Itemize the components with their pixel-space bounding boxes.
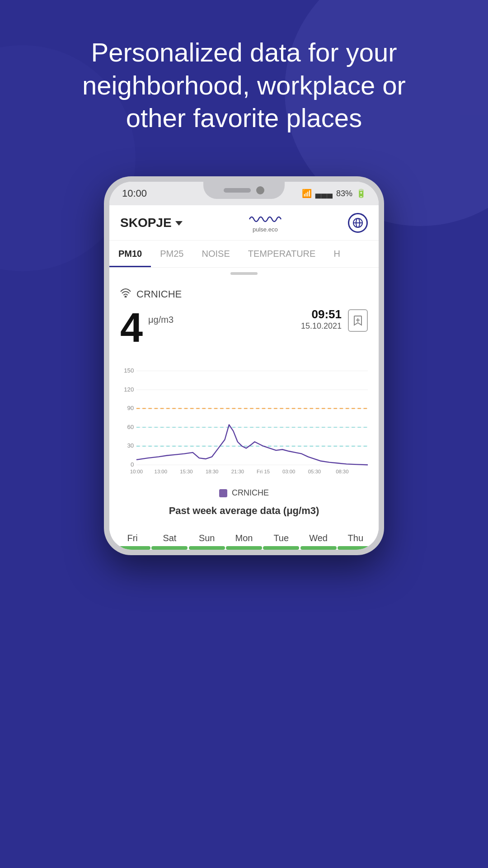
svg-text:90: 90 xyxy=(127,405,134,411)
app-header: SKOPJE pulse.eco xyxy=(109,205,379,241)
phone-outer: 10:00 📶 ▄▄▄ 83% 🔋 SKOPJE xyxy=(104,176,384,555)
notch-camera xyxy=(256,186,264,194)
status-icons: 📶 ▄▄▄ 83% 🔋 xyxy=(302,189,366,198)
drag-bar xyxy=(230,272,258,275)
week-bar-sun xyxy=(189,546,225,550)
logo-wave-svg xyxy=(247,212,283,226)
city-dropdown-arrow xyxy=(175,221,183,226)
svg-text:Fri 15: Fri 15 xyxy=(257,469,270,474)
wifi-status-icon: 📶 xyxy=(302,189,312,198)
week-bar-thu xyxy=(338,546,374,550)
week-bar-mon xyxy=(226,546,262,550)
legend-color-dot xyxy=(219,489,227,497)
chart-container: 150 120 90 60 30 0 xyxy=(120,357,368,484)
svg-text:05:30: 05:30 xyxy=(308,469,321,474)
measurement-unit: μg/m3 xyxy=(148,315,174,325)
status-time: 10:00 xyxy=(122,188,147,199)
day-labels-row: Fri Sat Sun Mon Tue Wed Thu xyxy=(109,533,379,543)
globe-button[interactable] xyxy=(348,213,368,233)
svg-text:120: 120 xyxy=(124,386,134,393)
svg-text:03:00: 03:00 xyxy=(282,469,295,474)
logo-text: pulse.eco xyxy=(253,226,278,233)
svg-text:15:30: 15:30 xyxy=(180,469,192,474)
svg-text:60: 60 xyxy=(127,424,134,430)
svg-text:10:00: 10:00 xyxy=(130,469,143,474)
content-area: CRNICHE 4 μg/m3 09:51 15.10.2021 xyxy=(109,279,379,533)
week-bar-wed xyxy=(300,546,337,550)
hero-text: Personalized data for your neighborhood,… xyxy=(59,36,429,135)
timestamp: 09:51 15.10.2021 xyxy=(301,307,342,331)
svg-text:150: 150 xyxy=(124,367,134,374)
day-sat: Sat xyxy=(151,533,188,543)
chart-svg: 150 120 90 60 30 0 xyxy=(120,357,368,484)
week-bar-fri xyxy=(114,546,150,550)
measurement-value: 4 xyxy=(120,307,143,348)
week-bar-sat xyxy=(151,546,188,550)
phone-notch xyxy=(203,182,285,199)
drag-indicator xyxy=(109,268,379,279)
value-row: 4 μg/m3 09:51 15.10.2021 xyxy=(120,307,368,348)
past-week-title: Past week average data (μg/m3) xyxy=(120,505,368,517)
svg-text:0: 0 xyxy=(131,461,134,468)
day-mon: Mon xyxy=(225,533,263,543)
svg-text:30: 30 xyxy=(127,442,134,449)
svg-text:13:00: 13:00 xyxy=(155,469,167,474)
tab-pm25[interactable]: PM25 xyxy=(151,241,192,267)
tab-noise[interactable]: NOISE xyxy=(193,241,239,267)
city-selector[interactable]: SKOPJE xyxy=(120,216,183,230)
svg-text:18:30: 18:30 xyxy=(206,469,218,474)
city-name-text: SKOPJE xyxy=(120,216,172,230)
main-value: 4 μg/m3 xyxy=(120,307,174,348)
day-tue: Tue xyxy=(263,533,300,543)
battery-icon: 🔋 xyxy=(356,189,366,198)
measurement-tabs: PM10 PM25 NOISE TEMPERATURE H xyxy=(109,241,379,268)
legend-label: CRNICHE xyxy=(232,488,269,498)
hero-text-content: Personalized data for your neighborhood,… xyxy=(82,38,406,132)
timestamp-bookmark: 09:51 15.10.2021 xyxy=(301,307,368,332)
tab-humidity[interactable]: H xyxy=(324,241,349,267)
phone-mockup: 10:00 📶 ▄▄▄ 83% 🔋 SKOPJE xyxy=(104,176,384,555)
tab-pm10[interactable]: PM10 xyxy=(109,241,151,267)
day-sun: Sun xyxy=(188,533,225,543)
app-logo: pulse.eco xyxy=(247,212,283,233)
station-name: CRNICHE xyxy=(136,288,182,300)
day-fri: Fri xyxy=(114,533,151,543)
chart-legend: CRNICHE xyxy=(120,488,368,498)
svg-point-3 xyxy=(125,296,127,297)
bookmark-button[interactable] xyxy=(348,309,368,332)
week-bars xyxy=(109,543,379,550)
svg-text:21:30: 21:30 xyxy=(231,469,244,474)
svg-text:08:30: 08:30 xyxy=(336,469,348,474)
timestamp-date: 15.10.2021 xyxy=(301,321,342,331)
signal-icon: ▄▄▄ xyxy=(315,189,333,198)
week-bar-tue xyxy=(263,546,299,550)
day-thu: Thu xyxy=(337,533,374,543)
day-wed: Wed xyxy=(300,533,337,543)
battery-text: 83% xyxy=(336,189,352,198)
timestamp-time: 09:51 xyxy=(301,307,342,321)
notch-pill xyxy=(224,188,251,193)
tab-temperature[interactable]: TEMPERATURE xyxy=(239,241,325,267)
station-row: CRNICHE xyxy=(120,288,368,300)
station-wifi-icon xyxy=(120,288,131,300)
phone-inner: 10:00 📶 ▄▄▄ 83% 🔋 SKOPJE xyxy=(109,182,379,550)
